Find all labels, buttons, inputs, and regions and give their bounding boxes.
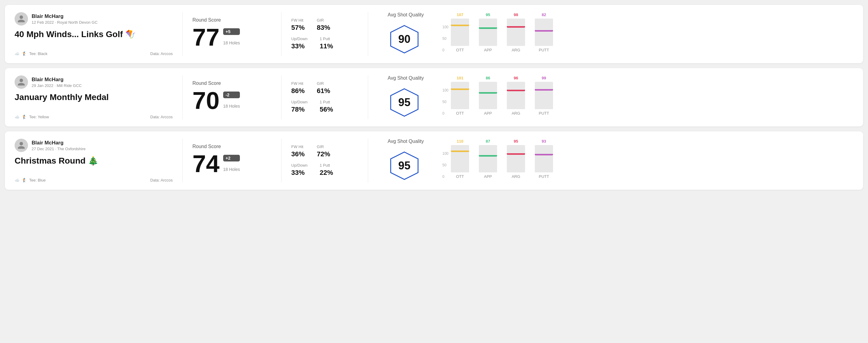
- y-min: 0: [442, 111, 448, 116]
- fw-hit-value: 36%: [291, 150, 305, 158]
- bar-group-ott: 101 OTT: [451, 82, 469, 116]
- score-section: Round Score 70 -2 18 Holes: [192, 75, 272, 119]
- score-badge: +2: [223, 155, 240, 161]
- bar-fill: [507, 90, 525, 109]
- weather-icon: ☁️: [14, 115, 20, 119]
- quality-label: Avg Shot Quality: [388, 12, 424, 18]
- left-section: Blair McHarg 27 Dec 2021 · The Oxfordshi…: [14, 139, 173, 182]
- left-section: Blair McHarg 29 Jan 2022 · Mill Ride GCC…: [14, 75, 173, 119]
- stats-section: FW Hit 57% GIR 83% Up/Down 33% 1 Putt 11…: [291, 12, 358, 56]
- y-max: 100: [442, 88, 448, 92]
- user-info: Blair McHarg 27 Dec 2021 · The Oxfordshi…: [14, 139, 173, 152]
- bar-label: OTT: [456, 174, 464, 179]
- divider-2: [281, 12, 282, 56]
- chart-row: 100 50 0 107 OTT: [442, 16, 854, 52]
- bar-label: PUTT: [539, 48, 549, 52]
- quality-section: Avg Shot Quality 95: [378, 75, 433, 119]
- bar-group-app: 87 APP: [479, 145, 497, 179]
- updown-value: 33%: [291, 42, 307, 50]
- bar-fill: [535, 89, 553, 109]
- bar-label: PUTT: [539, 174, 549, 179]
- data-source: Data: Arccos: [150, 52, 173, 56]
- updown-stat: Up/Down 33%: [291, 163, 307, 177]
- chart-section: 100 50 0 101 OTT: [433, 75, 854, 119]
- bar-group-putt: 93 PUTT: [535, 145, 553, 179]
- user-icon: [17, 78, 26, 86]
- user-name: Blair McHarg: [32, 13, 98, 20]
- date-venue: 29 Jan 2022 · Mill Ride GCC: [32, 83, 82, 88]
- score-row: 70 -2 18 Holes: [192, 89, 272, 113]
- bar-chart: 107 OTT 95 APP 98: [451, 16, 553, 52]
- score-label: Round Score: [192, 144, 272, 149]
- y-max: 100: [442, 25, 448, 29]
- bar-value: 110: [457, 139, 463, 144]
- bar-group-ott: 110 OTT: [451, 145, 469, 179]
- score-badge: -2: [223, 92, 240, 98]
- round-title: Christmas Round 🎄: [14, 156, 173, 166]
- tee-label: Tee: Black: [29, 52, 48, 56]
- bar-group-putt: 99 PUTT: [535, 82, 553, 116]
- fw-hit-value: 86%: [291, 87, 305, 95]
- bar-value: 98: [514, 12, 518, 17]
- score-holes: 18 Holes: [223, 104, 240, 108]
- bar-label: APP: [484, 174, 492, 179]
- updown-value: 78%: [291, 105, 307, 114]
- score-holes: 18 Holes: [223, 167, 240, 172]
- gir-stat: GIR 83%: [317, 18, 330, 32]
- bar-accent: [507, 90, 525, 91]
- chart-row: 100 50 0 101 OTT: [442, 79, 854, 116]
- chart-y-axis: 100 50 0: [442, 151, 448, 179]
- score-number: 77: [192, 25, 219, 50]
- gir-label: GIR: [317, 145, 330, 149]
- bag-icon: 🏌️: [22, 115, 27, 119]
- bar-fill: [535, 30, 553, 46]
- oneputt-value: 56%: [319, 105, 333, 114]
- bag-icon: 🏌️: [22, 52, 27, 56]
- tee-label: Tee: Blue: [29, 178, 45, 182]
- data-source: Data: Arccos: [150, 178, 173, 182]
- updown-stat: Up/Down 78%: [291, 100, 307, 114]
- bar-fill: [451, 151, 469, 173]
- bar-label: ARG: [512, 111, 520, 116]
- tee-info: ☁️ 🏌️ Tee: Blue: [14, 178, 45, 182]
- bar-group-ott: 107 OTT: [451, 19, 469, 52]
- score-label: Round Score: [192, 17, 272, 23]
- bar-value: 93: [542, 139, 546, 144]
- bar-fill: [451, 25, 469, 46]
- user-details: Blair McHarg 27 Dec 2021 · The Oxfordshi…: [32, 140, 86, 151]
- gir-label: GIR: [317, 18, 330, 23]
- score-number: 70: [192, 89, 219, 113]
- divider-1: [182, 75, 183, 119]
- round-card-1: Blair McHarg 12 Feb 2022 · Royal North D…: [5, 5, 863, 63]
- score-section: Round Score 74 +2 18 Holes: [192, 139, 272, 182]
- y-min: 0: [442, 175, 448, 179]
- hex-score: 95: [398, 159, 410, 172]
- bar-value: 95: [486, 12, 490, 17]
- bar-accent: [479, 92, 497, 94]
- bar-accent: [479, 155, 497, 157]
- divider-2: [281, 75, 282, 119]
- oneputt-value: 22%: [319, 169, 333, 177]
- round-card-3: Blair McHarg 27 Dec 2021 · The Oxfordshi…: [5, 131, 863, 190]
- bar-accent: [535, 154, 553, 155]
- bar-fill: [479, 155, 497, 173]
- bar-value: 87: [486, 139, 490, 144]
- round-title: 40 Mph Winds... Links Golf 🪁: [14, 29, 173, 39]
- quality-section: Avg Shot Quality 95: [378, 139, 433, 182]
- bar-label: APP: [484, 48, 492, 52]
- bar-accent: [507, 153, 525, 155]
- left-section: Blair McHarg 12 Feb 2022 · Royal North D…: [14, 12, 173, 56]
- stat-row-1: FW Hit 36% GIR 72%: [291, 145, 358, 158]
- updown-label: Up/Down: [291, 36, 307, 41]
- bar-group-arg: 95 ARG: [507, 145, 525, 179]
- y-mid: 50: [442, 163, 448, 167]
- bar-fill: [451, 89, 469, 109]
- divider-2: [281, 139, 282, 182]
- chart-row: 100 50 0 110 OTT: [442, 142, 854, 179]
- user-name: Blair McHarg: [32, 140, 86, 146]
- oneputt-label: 1 Putt: [319, 100, 333, 104]
- chart-section: 100 50 0 110 OTT: [433, 139, 854, 182]
- fw-hit-stat: FW Hit 36%: [291, 145, 305, 158]
- score-label: Round Score: [192, 81, 272, 86]
- bar-chart: 101 OTT 86 APP 96: [451, 79, 553, 116]
